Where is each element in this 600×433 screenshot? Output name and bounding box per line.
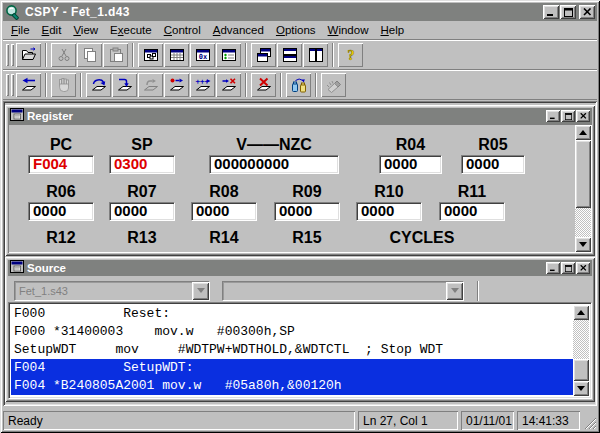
source-maximize-button[interactable]: [561, 262, 575, 274]
copy-icon: [82, 47, 98, 63]
close-button[interactable]: [579, 5, 595, 19]
source-minimize-button[interactable]: [546, 262, 560, 274]
menu-item-execute[interactable]: Execute: [104, 22, 158, 38]
menu-item-file[interactable]: File: [5, 22, 36, 38]
multi-step-button[interactable]: +++: [190, 73, 215, 97]
register-cell-r11: R110000: [439, 184, 505, 221]
source-titlebar[interactable]: Source: [8, 260, 592, 276]
go-to-exit-button[interactable]: [216, 73, 241, 97]
toggle-register-window-button[interactable]: [138, 43, 163, 67]
context-combobox-arrow[interactable]: [446, 282, 463, 300]
source-line[interactable]: F004 SetupWDT:: [11, 359, 573, 377]
toggle-source-window-button[interactable]: [216, 43, 241, 67]
tile-horizontal-button[interactable]: [277, 43, 302, 67]
flashlight-tool-button: [321, 73, 346, 97]
source-window: Source Fet_1.s43 F000: [5, 257, 595, 402]
menu-item-advanced[interactable]: Advanced: [207, 22, 270, 38]
toolbar-grip[interactable]: [6, 74, 9, 96]
memory-tool-button[interactable]: [286, 73, 311, 97]
register-window-title: Register: [27, 110, 543, 122]
status-message: Ready: [3, 411, 355, 430]
toolbar-grip[interactable]: [11, 44, 14, 66]
application-window: CSPY - Fet_1.d43 FileEditViewExecuteCont…: [0, 0, 600, 433]
help-button[interactable]: ?: [338, 43, 363, 67]
source-code-area: F000 Reset:F000 *31400003 mov.w #00300h,…: [11, 305, 573, 396]
cascade-icon: [256, 47, 272, 63]
register-field-r05[interactable]: 0000: [461, 155, 525, 174]
register-cell-r07: R070000: [109, 184, 175, 221]
open-file-button[interactable]: [16, 43, 41, 67]
register-field-r06[interactable]: 0000: [28, 202, 94, 221]
register-field-r10[interactable]: 0000: [356, 202, 422, 221]
menu-item-window[interactable]: Window: [322, 22, 375, 38]
stop-button[interactable]: [251, 73, 276, 97]
scroll-up-button[interactable]: [573, 305, 589, 320]
source-scrollbar[interactable]: [573, 305, 589, 396]
register-close-button[interactable]: [576, 110, 590, 122]
toolbar-separator: [245, 43, 247, 67]
register-cell-sp: SP0300: [109, 137, 175, 174]
step-into-button[interactable]: [112, 73, 137, 97]
register-field-v-nzc[interactable]: 000000000: [209, 155, 339, 174]
step-over-button[interactable]: [86, 73, 111, 97]
svg-text:0x: 0x: [198, 53, 207, 61]
chevron-down-icon: [451, 288, 459, 293]
source-close-button[interactable]: [576, 262, 590, 274]
toolbar-debug: +++: [3, 70, 597, 100]
register-minimize-button[interactable]: [546, 110, 560, 122]
toggle-watch-window-button[interactable]: 0x: [190, 43, 215, 67]
register-label-r05: R05: [461, 137, 525, 153]
minimize-button[interactable]: [543, 5, 559, 19]
win-memory-icon: [169, 47, 185, 63]
source-line[interactable]: F000 *31400003 mov.w #00300h,SP: [11, 323, 573, 341]
register-field-r07[interactable]: 0000: [109, 202, 175, 221]
register-cell-r10: R100000: [356, 184, 422, 221]
register-window: Register PCF004SP0300V——NZC000000000R040…: [5, 105, 595, 256]
source-line[interactable]: F004 *B240805A2001 mov.w #05a80h,&00120h: [11, 377, 573, 395]
stop-x-icon: [256, 77, 272, 93]
flashlight-icon: [326, 77, 342, 93]
register-label-r15: R15: [274, 230, 340, 246]
reset-button[interactable]: [16, 73, 41, 97]
scroll-thumb[interactable]: [573, 359, 589, 381]
maximize-button[interactable]: [560, 5, 576, 19]
register-field-pc[interactable]: F004: [28, 155, 94, 174]
file-combobox[interactable]: Fet_1.s43: [14, 281, 210, 301]
register-maximize-button[interactable]: [561, 110, 575, 122]
register-field-r08[interactable]: 0000: [191, 202, 257, 221]
menu-item-edit[interactable]: Edit: [36, 22, 68, 38]
register-field-sp[interactable]: 0300: [109, 155, 175, 174]
scroll-down-button[interactable]: [573, 381, 589, 396]
status-time: 14:41:33: [517, 411, 580, 430]
register-field-r09[interactable]: 0000: [274, 202, 340, 221]
cascade-windows-button[interactable]: [251, 43, 276, 67]
toolbar-separator: [132, 43, 134, 67]
source-line[interactable]: F000 Reset:: [11, 305, 573, 323]
menu-item-view[interactable]: View: [67, 22, 104, 38]
register-titlebar[interactable]: Register: [8, 108, 592, 124]
scroll-up-button[interactable]: [575, 125, 591, 140]
source-line[interactable]: SetupWDT mov #WDTPW+WDTHOLD,&WDTCTL ; St…: [11, 341, 573, 359]
register-field-r11[interactable]: 0000: [439, 202, 505, 221]
chevron-down-icon: [197, 288, 205, 293]
context-combobox[interactable]: [222, 281, 464, 301]
scroll-down-button[interactable]: [575, 237, 591, 252]
register-scrollbar[interactable]: [575, 125, 591, 252]
resize-grip[interactable]: [583, 416, 597, 430]
register-field-r04[interactable]: 0000: [379, 155, 442, 174]
toolbar-grip[interactable]: [6, 44, 9, 66]
tile-vertical-button[interactable]: [303, 43, 328, 67]
scroll-thumb[interactable]: [575, 140, 591, 208]
win-source-icon: [221, 47, 237, 63]
source-toolbar: Fet_1.s43: [8, 276, 592, 302]
menu-item-help[interactable]: Help: [374, 22, 410, 38]
tile-h-icon: [282, 47, 298, 63]
run-to-cursor-icon: [169, 77, 185, 93]
file-combobox-arrow[interactable]: [192, 282, 209, 300]
run-to-cursor-button[interactable]: [164, 73, 189, 97]
toggle-memory-window-button[interactable]: [164, 43, 189, 67]
window-titlebar[interactable]: CSPY - Fet_1.d43: [3, 3, 597, 21]
toolbar-grip[interactable]: [11, 74, 14, 96]
menu-item-options[interactable]: Options: [270, 22, 322, 38]
menu-item-control[interactable]: Control: [158, 22, 207, 38]
